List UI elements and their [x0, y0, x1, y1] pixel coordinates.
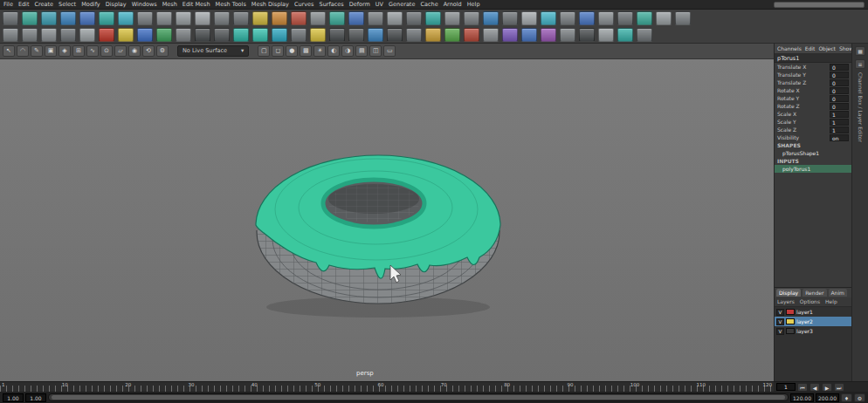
chamfer-icon[interactable]	[617, 11, 633, 25]
select-object-mode-icon[interactable]: ▣	[45, 45, 57, 57]
range-slider[interactable]	[48, 393, 789, 401]
poly-plane-icon[interactable]	[118, 11, 134, 25]
reduce-icon[interactable]	[675, 11, 691, 25]
panel-options-icon[interactable]: ≡	[855, 59, 865, 69]
layer-visibility-toggle[interactable]: V	[776, 318, 784, 325]
construction-history-icon[interactable]: ⟲	[142, 45, 155, 57]
skydome-light-icon[interactable]	[368, 28, 383, 42]
menu-windows[interactable]: Windows	[132, 0, 157, 9]
cap-display-icon[interactable]: ▤	[355, 45, 368, 57]
noise-icon[interactable]	[272, 28, 287, 42]
spin-edge-icon[interactable]	[541, 11, 556, 25]
node-item-ptorusshape1[interactable]: pTorusShape1	[775, 149, 851, 157]
bridge-icon[interactable]	[272, 11, 287, 25]
poly-torus-icon[interactable]	[99, 11, 114, 25]
sculpt-icon[interactable]	[425, 11, 441, 25]
menu-uv[interactable]: UV	[375, 0, 383, 9]
lasso-tool-icon[interactable]: ◠	[17, 45, 29, 57]
auto-keyframe-toggle-button[interactable]: ♦	[841, 393, 852, 402]
menu-mesh[interactable]: Mesh	[162, 0, 177, 9]
go-to-end-button[interactable]: ⏭	[834, 383, 844, 392]
multi-cut-icon[interactable]	[329, 11, 345, 25]
poly-sphere-icon[interactable]	[22, 11, 38, 25]
ambient-occlusion-icon[interactable]	[464, 28, 479, 42]
xray-toggle-icon[interactable]: ◫	[369, 45, 382, 57]
triangulate-icon[interactable]	[637, 11, 652, 25]
menu-select[interactable]: Select	[59, 0, 76, 9]
texture-icon[interactable]	[233, 28, 249, 42]
boolean-icon[interactable]	[176, 11, 191, 25]
separate-icon[interactable]	[214, 11, 230, 25]
blinn-icon[interactable]	[118, 28, 134, 42]
play-forward-button[interactable]: ▶	[822, 383, 832, 392]
textured-display-icon[interactable]: ▩	[300, 45, 312, 57]
menu-file[interactable]: File	[3, 0, 13, 9]
pinch-icon[interactable]	[483, 11, 499, 25]
animation-start-field[interactable]: 1.00	[3, 393, 24, 402]
menu-create[interactable]: Create	[34, 0, 53, 9]
channel-box-object-name[interactable]: pTorus1	[775, 54, 851, 63]
photometric-light-icon[interactable]	[406, 28, 422, 42]
menu-mesh-display[interactable]: Mesh Display	[251, 0, 289, 9]
select-component-mode-icon[interactable]: ◈	[59, 45, 71, 57]
smooth-icon[interactable]	[310, 11, 326, 25]
extrude-icon[interactable]	[291, 11, 307, 25]
go-to-start-button[interactable]: ⏮	[797, 383, 808, 392]
lambert-icon[interactable]	[137, 28, 153, 42]
snap-to-point-icon[interactable]: ⊙	[100, 45, 113, 57]
channel-value-field[interactable]: 0	[830, 95, 849, 102]
menu-help[interactable]: Help	[467, 0, 480, 9]
paint-select-tool-icon[interactable]: ✎	[31, 45, 43, 57]
channel-value-field[interactable]: 0	[830, 64, 849, 71]
select-tool-icon[interactable]: ↖	[3, 45, 15, 57]
curvature-icon[interactable]	[483, 28, 499, 42]
crease-icon[interactable]	[406, 11, 422, 25]
animation-end-field[interactable]: 200.00	[816, 393, 839, 402]
poly-disc-icon[interactable]	[137, 11, 153, 25]
render-icon[interactable]	[41, 28, 57, 42]
wedge-icon[interactable]	[579, 11, 595, 25]
node-item-polytorus1[interactable]: polyTorus1	[775, 165, 851, 173]
relax-icon[interactable]	[444, 11, 460, 25]
layer-editor-tab-render[interactable]: Render	[803, 289, 826, 297]
object-id-icon[interactable]	[598, 28, 614, 42]
range-slider-handle[interactable]	[52, 395, 785, 400]
layer-row-layer2[interactable]: Vlayer2	[775, 317, 851, 326]
smooth-brush-icon[interactable]	[521, 11, 537, 25]
menu-edit-mesh[interactable]: Edit Mesh	[183, 0, 210, 9]
platonic-solid-icon[interactable]	[156, 11, 172, 25]
layer-editor-tab-anim[interactable]: Anim	[829, 289, 847, 297]
current-frame-field[interactable]: 1	[776, 383, 796, 391]
checker-icon[interactable]	[291, 28, 307, 42]
channel-box-tab-edit[interactable]: Edit	[805, 45, 816, 51]
menu-deform[interactable]: Deform	[349, 0, 370, 9]
area-light-icon[interactable]	[348, 28, 364, 42]
layer-menu-options[interactable]: Options	[800, 298, 820, 305]
switch-icon[interactable]	[541, 28, 556, 42]
channel-value-field[interactable]: 1	[830, 111, 849, 118]
time-slider-ruler[interactable]: 1102030405060708090100110120	[0, 382, 774, 392]
live-surface-dropdown[interactable]: No Live Surface ▾	[177, 45, 249, 57]
channel-value-field[interactable]: 1	[830, 119, 849, 126]
menu-cache[interactable]: Cache	[420, 0, 437, 9]
shaded-display-icon[interactable]: ●	[286, 45, 298, 57]
channel-value-field[interactable]: 0	[830, 87, 849, 94]
depth-icon[interactable]	[637, 28, 652, 42]
channel-value-field[interactable]: on	[830, 134, 849, 141]
layer-editor-tab-display[interactable]: Display	[776, 289, 801, 297]
phong-icon[interactable]	[156, 28, 172, 42]
layer-color-swatch[interactable]	[786, 328, 795, 334]
quadrangulate-icon[interactable]	[656, 11, 672, 25]
layer-color-swatch[interactable]	[786, 318, 795, 324]
menu-display[interactable]: Display	[106, 0, 127, 9]
camera-attributes-icon[interactable]: ▭	[383, 45, 396, 57]
mesh-light-icon[interactable]	[387, 28, 403, 42]
ramp-icon[interactable]	[252, 28, 268, 42]
layer-row-layer3[interactable]: Vlayer3	[775, 326, 851, 336]
playback-start-field[interactable]: 1.00	[25, 393, 46, 402]
channel-value-field[interactable]: 0	[830, 72, 849, 79]
isolate-select-icon[interactable]: ▢	[258, 45, 270, 57]
knife-icon[interactable]	[502, 11, 518, 25]
select-mask-icon[interactable]	[3, 11, 18, 25]
shadows-toggle-icon[interactable]: ◐	[327, 45, 340, 57]
